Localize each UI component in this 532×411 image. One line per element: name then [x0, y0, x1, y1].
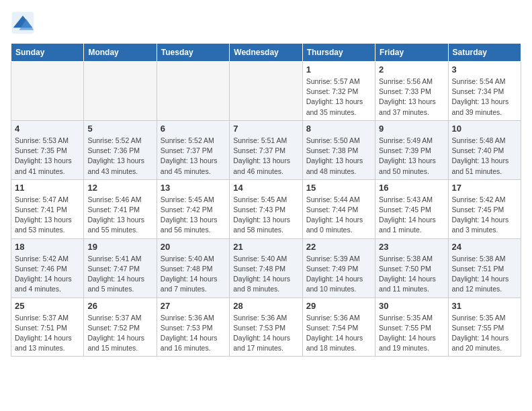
- day-detail: Sunrise: 5:52 AM Sunset: 7:36 PM Dayligh…: [87, 136, 152, 177]
- calendar-cell: 22Sunrise: 5:39 AM Sunset: 7:49 PM Dayli…: [302, 238, 375, 298]
- calendar-week-row: 25Sunrise: 5:37 AM Sunset: 7:51 PM Dayli…: [11, 298, 521, 357]
- calendar-cell: 29Sunrise: 5:36 AM Sunset: 7:54 PM Dayli…: [302, 298, 375, 357]
- calendar-cell: 5Sunrise: 5:52 AM Sunset: 7:36 PM Daylig…: [84, 120, 157, 179]
- calendar-cell: 15Sunrise: 5:44 AM Sunset: 7:44 PM Dayli…: [302, 179, 375, 238]
- calendar-cell: 31Sunrise: 5:35 AM Sunset: 7:55 PM Dayli…: [448, 298, 521, 357]
- day-number: 18: [15, 242, 80, 252]
- day-detail: Sunrise: 5:39 AM Sunset: 7:49 PM Dayligh…: [306, 254, 371, 295]
- day-number: 12: [87, 183, 152, 193]
- calendar-week-row: 11Sunrise: 5:47 AM Sunset: 7:41 PM Dayli…: [11, 179, 521, 238]
- calendar-week-row: 4Sunrise: 5:53 AM Sunset: 7:35 PM Daylig…: [11, 120, 521, 179]
- calendar-cell: 25Sunrise: 5:37 AM Sunset: 7:51 PM Dayli…: [11, 298, 84, 357]
- day-number: 24: [452, 242, 517, 252]
- day-number: 30: [379, 301, 444, 311]
- weekday-header-friday: Friday: [375, 44, 448, 62]
- day-detail: Sunrise: 5:44 AM Sunset: 7:44 PM Dayligh…: [306, 195, 371, 236]
- calendar-cell: [157, 62, 229, 121]
- day-number: 28: [233, 301, 298, 311]
- calendar-cell: [230, 62, 302, 121]
- day-detail: Sunrise: 5:48 AM Sunset: 7:40 PM Dayligh…: [452, 136, 517, 177]
- logo-icon: [11, 11, 35, 35]
- calendar-cell: [11, 62, 84, 121]
- day-number: 9: [379, 124, 444, 134]
- day-detail: Sunrise: 5:38 AM Sunset: 7:50 PM Dayligh…: [379, 254, 444, 295]
- day-detail: Sunrise: 5:45 AM Sunset: 7:43 PM Dayligh…: [233, 195, 298, 236]
- day-detail: Sunrise: 5:52 AM Sunset: 7:37 PM Dayligh…: [161, 136, 226, 177]
- day-detail: Sunrise: 5:49 AM Sunset: 7:39 PM Dayligh…: [379, 136, 444, 177]
- day-number: 21: [233, 242, 298, 252]
- calendar-cell: 6Sunrise: 5:52 AM Sunset: 7:37 PM Daylig…: [157, 120, 229, 179]
- calendar-cell: 3Sunrise: 5:54 AM Sunset: 7:34 PM Daylig…: [448, 62, 521, 121]
- day-detail: Sunrise: 5:54 AM Sunset: 7:34 PM Dayligh…: [452, 77, 517, 118]
- weekday-header-tuesday: Tuesday: [157, 44, 229, 62]
- calendar-cell: 17Sunrise: 5:42 AM Sunset: 7:45 PM Dayli…: [448, 179, 521, 238]
- calendar-cell: 24Sunrise: 5:38 AM Sunset: 7:51 PM Dayli…: [448, 238, 521, 298]
- calendar-cell: 1Sunrise: 5:57 AM Sunset: 7:32 PM Daylig…: [302, 62, 375, 121]
- day-detail: Sunrise: 5:35 AM Sunset: 7:55 PM Dayligh…: [452, 313, 517, 354]
- logo: [11, 11, 39, 35]
- day-number: 1: [306, 64, 371, 75]
- calendar-week-row: 1Sunrise: 5:57 AM Sunset: 7:32 PM Daylig…: [11, 62, 521, 121]
- day-number: 13: [161, 183, 226, 193]
- calendar-cell: 10Sunrise: 5:48 AM Sunset: 7:40 PM Dayli…: [448, 120, 521, 179]
- calendar-cell: 13Sunrise: 5:45 AM Sunset: 7:42 PM Dayli…: [157, 179, 229, 238]
- day-detail: Sunrise: 5:51 AM Sunset: 7:37 PM Dayligh…: [233, 136, 298, 177]
- calendar-cell: 30Sunrise: 5:35 AM Sunset: 7:55 PM Dayli…: [375, 298, 448, 357]
- day-number: 25: [15, 301, 80, 311]
- day-number: 14: [233, 183, 298, 193]
- day-number: 11: [15, 183, 80, 193]
- weekday-header-thursday: Thursday: [302, 44, 375, 62]
- calendar-cell: [84, 62, 157, 121]
- day-number: 15: [306, 183, 371, 193]
- day-detail: Sunrise: 5:45 AM Sunset: 7:42 PM Dayligh…: [161, 195, 226, 236]
- day-number: 16: [379, 183, 444, 193]
- day-detail: Sunrise: 5:36 AM Sunset: 7:53 PM Dayligh…: [233, 313, 298, 354]
- day-detail: Sunrise: 5:43 AM Sunset: 7:45 PM Dayligh…: [379, 195, 444, 236]
- day-detail: Sunrise: 5:38 AM Sunset: 7:51 PM Dayligh…: [452, 254, 517, 295]
- calendar-cell: 21Sunrise: 5:40 AM Sunset: 7:48 PM Dayli…: [230, 238, 302, 298]
- day-detail: Sunrise: 5:53 AM Sunset: 7:35 PM Dayligh…: [15, 136, 80, 177]
- day-number: 4: [15, 124, 80, 134]
- day-number: 10: [452, 124, 517, 134]
- calendar-cell: 7Sunrise: 5:51 AM Sunset: 7:37 PM Daylig…: [230, 120, 302, 179]
- calendar-cell: 8Sunrise: 5:50 AM Sunset: 7:38 PM Daylig…: [302, 120, 375, 179]
- weekday-header-sunday: Sunday: [11, 44, 84, 62]
- calendar-cell: 14Sunrise: 5:45 AM Sunset: 7:43 PM Dayli…: [230, 179, 302, 238]
- day-detail: Sunrise: 5:41 AM Sunset: 7:47 PM Dayligh…: [87, 254, 152, 295]
- day-number: 17: [452, 183, 517, 193]
- calendar-cell: 20Sunrise: 5:40 AM Sunset: 7:48 PM Dayli…: [157, 238, 229, 298]
- day-number: 20: [161, 242, 226, 252]
- calendar-week-row: 18Sunrise: 5:42 AM Sunset: 7:46 PM Dayli…: [11, 238, 521, 298]
- day-detail: Sunrise: 5:36 AM Sunset: 7:54 PM Dayligh…: [306, 313, 371, 354]
- day-number: 3: [452, 64, 517, 75]
- day-detail: Sunrise: 5:36 AM Sunset: 7:53 PM Dayligh…: [161, 313, 226, 354]
- calendar-cell: 26Sunrise: 5:37 AM Sunset: 7:52 PM Dayli…: [84, 298, 157, 357]
- calendar-cell: 18Sunrise: 5:42 AM Sunset: 7:46 PM Dayli…: [11, 238, 84, 298]
- day-detail: Sunrise: 5:46 AM Sunset: 7:41 PM Dayligh…: [87, 195, 152, 236]
- day-detail: Sunrise: 5:42 AM Sunset: 7:46 PM Dayligh…: [15, 254, 80, 295]
- day-detail: Sunrise: 5:37 AM Sunset: 7:51 PM Dayligh…: [15, 313, 80, 354]
- weekday-header-row: SundayMondayTuesdayWednesdayThursdayFrid…: [11, 44, 521, 62]
- day-number: 23: [379, 242, 444, 252]
- day-detail: Sunrise: 5:37 AM Sunset: 7:52 PM Dayligh…: [87, 313, 152, 354]
- day-detail: Sunrise: 5:47 AM Sunset: 7:41 PM Dayligh…: [15, 195, 80, 236]
- day-number: 29: [306, 301, 371, 311]
- day-detail: Sunrise: 5:56 AM Sunset: 7:33 PM Dayligh…: [379, 77, 444, 118]
- day-number: 19: [87, 242, 152, 252]
- header: [11, 11, 521, 35]
- calendar-cell: 19Sunrise: 5:41 AM Sunset: 7:47 PM Dayli…: [84, 238, 157, 298]
- day-detail: Sunrise: 5:57 AM Sunset: 7:32 PM Dayligh…: [306, 77, 371, 118]
- day-detail: Sunrise: 5:40 AM Sunset: 7:48 PM Dayligh…: [233, 254, 298, 295]
- calendar-cell: 27Sunrise: 5:36 AM Sunset: 7:53 PM Dayli…: [157, 298, 229, 357]
- day-number: 8: [306, 124, 371, 134]
- calendar-cell: 16Sunrise: 5:43 AM Sunset: 7:45 PM Dayli…: [375, 179, 448, 238]
- weekday-header-monday: Monday: [84, 44, 157, 62]
- day-detail: Sunrise: 5:50 AM Sunset: 7:38 PM Dayligh…: [306, 136, 371, 177]
- day-number: 31: [452, 301, 517, 311]
- calendar-cell: 2Sunrise: 5:56 AM Sunset: 7:33 PM Daylig…: [375, 62, 448, 121]
- day-number: 6: [161, 124, 226, 134]
- day-number: 2: [379, 64, 444, 75]
- weekday-header-wednesday: Wednesday: [230, 44, 302, 62]
- calendar-cell: 9Sunrise: 5:49 AM Sunset: 7:39 PM Daylig…: [375, 120, 448, 179]
- calendar-cell: 28Sunrise: 5:36 AM Sunset: 7:53 PM Dayli…: [230, 298, 302, 357]
